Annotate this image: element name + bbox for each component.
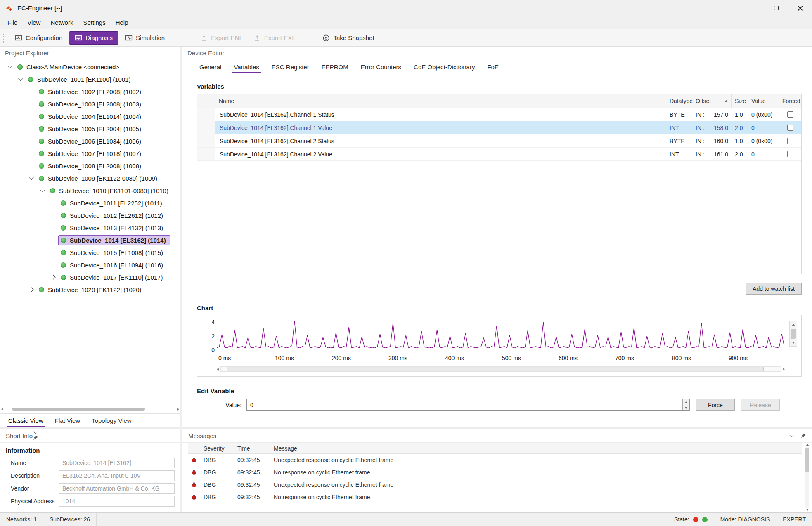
tree-item-subdevice-1008[interactable]: SubDevice_1008 [EL2008] (1008) bbox=[0, 160, 180, 172]
forced-checkbox[interactable] bbox=[787, 138, 793, 144]
tree-item-subdevice-1004[interactable]: SubDevice_1004 [EL1014] (1004) bbox=[0, 110, 180, 123]
scroll-right-icon[interactable] bbox=[177, 408, 179, 411]
chevron-down-icon[interactable] bbox=[17, 75, 25, 83]
message-row[interactable]: DBG 09:32:45 Unexpected response on cycl… bbox=[188, 454, 802, 466]
close-button[interactable] bbox=[788, 0, 812, 16]
maximize-button[interactable] bbox=[764, 0, 788, 16]
column-header-forced[interactable]: Forced bbox=[779, 94, 801, 108]
menu-help[interactable]: Help bbox=[111, 17, 133, 28]
chart-horizontal-scrollbar[interactable] bbox=[217, 366, 785, 373]
vendor-field[interactable] bbox=[59, 483, 175, 494]
menu-view[interactable]: View bbox=[22, 17, 45, 28]
spinner-up-icon[interactable] bbox=[683, 399, 689, 405]
chart-vertical-scrollbar[interactable] bbox=[789, 321, 797, 347]
forced-checkbox[interactable] bbox=[787, 151, 793, 157]
tree-item-subdevice-1001[interactable]: SubDevice_1001 [EK1100] (1001) bbox=[0, 73, 180, 85]
pin-icon[interactable] bbox=[800, 433, 806, 439]
diagnosis-button[interactable]: Diagnosis bbox=[69, 31, 118, 45]
chevron-right-icon[interactable] bbox=[27, 285, 36, 294]
tree-item-subdevice-1007[interactable]: SubDevice_1007 [EL1018] (1007) bbox=[0, 147, 180, 160]
tree-item-subdevice-1003[interactable]: SubDevice_1003 [EL2008] (1003) bbox=[0, 98, 180, 110]
tree-item-subdevice-1009[interactable]: SubDevice_1009 [EK1122-0080] (1009) bbox=[0, 172, 180, 184]
message-row[interactable]: DBG 09:32:45 No response on cyclic Ether… bbox=[188, 491, 802, 503]
configuration-button[interactable]: Configuration bbox=[9, 31, 68, 45]
minimize-button[interactable] bbox=[740, 0, 764, 16]
column-header-value[interactable]: Value bbox=[748, 94, 779, 108]
tab-topology-view[interactable]: Topology View bbox=[86, 414, 137, 427]
tab-flat-view[interactable]: Flat View bbox=[49, 414, 86, 427]
tree-item-subdevice-1011[interactable]: SubDevice_1011 [EL2252] (1011) bbox=[0, 197, 180, 209]
physical-address-field[interactable] bbox=[59, 496, 175, 507]
tree-item-subdevice-1010[interactable]: SubDevice_1010 [EK1101-0080] (1010) bbox=[0, 184, 180, 197]
message-row[interactable]: DBG 09:32:45 No response on cyclic Ether… bbox=[188, 466, 802, 479]
pin-icon[interactable] bbox=[33, 435, 38, 441]
tab-variables[interactable]: Variables bbox=[227, 59, 265, 75]
tree-item-subdevice-1016[interactable]: SubDevice_1016 [EL1094] (1016) bbox=[0, 259, 180, 271]
chevron-down-icon[interactable] bbox=[6, 63, 14, 71]
column-header-name[interactable]: Name bbox=[215, 94, 666, 108]
take-snapshot-button[interactable]: Take Snapshot bbox=[317, 31, 380, 45]
description-field[interactable] bbox=[59, 470, 175, 481]
spinner-down-icon[interactable] bbox=[683, 405, 689, 410]
column-header-datatype[interactable]: Datatype bbox=[666, 94, 692, 108]
name-field[interactable] bbox=[59, 458, 175, 468]
force-button[interactable]: Force bbox=[696, 399, 735, 411]
scrollbar-thumb[interactable] bbox=[791, 329, 796, 339]
scrollbar-thumb[interactable] bbox=[805, 448, 809, 472]
tab-eeprom[interactable]: EEPROM bbox=[315, 59, 355, 75]
scroll-left-icon[interactable] bbox=[217, 368, 219, 371]
column-header-offset[interactable]: Offset bbox=[692, 94, 732, 108]
menu-network[interactable]: Network bbox=[45, 17, 78, 28]
chevron-down-icon[interactable] bbox=[33, 430, 38, 435]
forced-checkbox[interactable] bbox=[787, 125, 793, 131]
x-axis-tick: 100 ms bbox=[275, 355, 294, 361]
message-row[interactable]: DBG 09:32:45 Unexpected response on cycl… bbox=[188, 479, 802, 491]
x-axis-tick: 500 ms bbox=[502, 355, 521, 361]
scroll-right-icon[interactable] bbox=[783, 368, 785, 371]
tree-item-subdevice-1012[interactable]: SubDevice_1012 [EL2612] (1012) bbox=[0, 209, 180, 222]
variable-row-channel1-status[interactable]: SubDevice_1014 [EL3162].Channel 1.Status… bbox=[197, 108, 801, 121]
tab-general[interactable]: General bbox=[193, 59, 227, 75]
tree-item-subdevice-1015[interactable]: SubDevice_1015 [EL1008] (1015) bbox=[0, 246, 180, 259]
scroll-up-icon[interactable] bbox=[790, 321, 797, 328]
menu-file[interactable]: File bbox=[2, 17, 22, 28]
simulation-button[interactable]: Simulation bbox=[119, 31, 170, 45]
variable-row-channel1-value[interactable]: SubDevice_1014 [EL3162].Channel 1.Value … bbox=[197, 121, 801, 134]
tree-item-subdevice-1002[interactable]: SubDevice_1002 [EL2008] (1002) bbox=[0, 85, 180, 98]
scrollbar-thumb[interactable] bbox=[227, 367, 764, 371]
scroll-left-icon[interactable] bbox=[1, 408, 3, 411]
scroll-down-icon[interactable] bbox=[790, 339, 797, 346]
tree-item-subdevice-1014[interactable]: SubDevice_1014 [EL3162] (1014) bbox=[0, 234, 180, 246]
forced-checkbox[interactable] bbox=[787, 111, 793, 118]
tree-item-subdevice-1013[interactable]: SubDevice_1013 [EL4132] (1013) bbox=[0, 222, 180, 234]
device-status-dot bbox=[61, 213, 66, 218]
add-to-watch-list-button[interactable]: Add to watch list bbox=[746, 283, 802, 295]
chevron-down-icon[interactable] bbox=[789, 433, 794, 438]
tab-error-counters[interactable]: Error Counters bbox=[355, 59, 407, 75]
tab-coe-object-dictionary[interactable]: CoE Object-Dictionary bbox=[407, 59, 481, 75]
tree-item-subdevice-1005[interactable]: SubDevice_1005 [EL2004] (1005) bbox=[0, 123, 180, 135]
menu-settings[interactable]: Settings bbox=[78, 17, 110, 28]
scroll-up-icon[interactable] bbox=[806, 444, 809, 446]
tree-item-maindevice[interactable]: Class-A MainDevice <connected> bbox=[0, 61, 180, 73]
scrollbar-thumb[interactable] bbox=[12, 408, 145, 411]
chevron-down-icon[interactable] bbox=[27, 174, 36, 182]
tree-item-subdevice-1017[interactable]: SubDevice_1017 [EK1110] (1017) bbox=[0, 271, 180, 283]
tab-classic-view[interactable]: Classic View bbox=[2, 414, 49, 427]
scroll-down-icon[interactable] bbox=[806, 509, 809, 511]
column-header-message[interactable]: Message bbox=[270, 443, 802, 453]
value-input[interactable] bbox=[247, 399, 682, 410]
tree-item-subdevice-1006[interactable]: SubDevice_1006 [EL1034] (1006) bbox=[0, 135, 180, 147]
tree-horizontal-scrollbar[interactable] bbox=[0, 406, 180, 413]
chevron-right-icon[interactable] bbox=[49, 273, 57, 281]
column-header-size[interactable]: Size bbox=[732, 94, 748, 108]
chevron-down-icon[interactable] bbox=[38, 186, 47, 195]
tab-esc-register[interactable]: ESC Register bbox=[265, 59, 315, 75]
variable-row-channel2-value[interactable]: SubDevice_1014 [EL3162].Channel 2.Value … bbox=[197, 148, 801, 161]
column-header-time[interactable]: Time bbox=[234, 443, 270, 453]
variable-row-channel2-status[interactable]: SubDevice_1014 [EL3162].Channel 2.Status… bbox=[197, 134, 801, 148]
tab-foe[interactable]: FoE bbox=[481, 59, 505, 75]
tree-item-subdevice-1020[interactable]: SubDevice_1020 [EK1122] (1020) bbox=[0, 283, 180, 296]
messages-vertical-scrollbar[interactable] bbox=[804, 444, 810, 511]
column-header-severity[interactable]: Severity bbox=[200, 443, 234, 453]
